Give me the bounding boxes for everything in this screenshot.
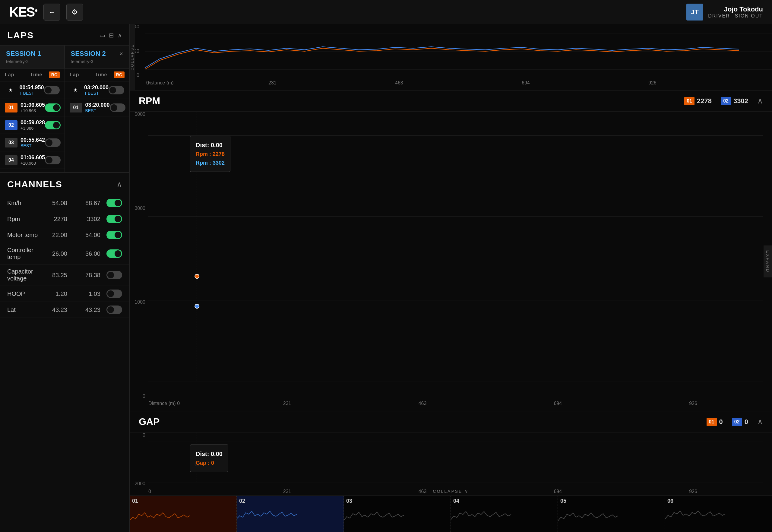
lap-toggle[interactable] <box>44 86 60 94</box>
rpm-chart-svg: Distance (m) 0 231 463 694 926 <box>148 112 763 411</box>
timeline-segment-04[interactable]: 04 <box>451 496 558 532</box>
lap-tables: ★ 00:54.950 T BEST 01 01:06.605 +10.963 <box>0 81 129 172</box>
right-panel: 40 20 0 Distance (m) 0 231 463 694 926 <box>130 24 772 532</box>
laps-header: LAPS ▭ ⊟ ∧ <box>0 24 129 46</box>
gap-chart-collapse-button[interactable]: ∧ <box>757 417 763 426</box>
sign-out-button[interactable]: SIGN OUT <box>735 13 763 19</box>
lap-toggle[interactable] <box>109 86 124 94</box>
channels-collapse-button[interactable]: ∧ <box>117 180 122 188</box>
single-layout-icon[interactable]: ▭ <box>100 32 105 39</box>
header: KES ← ⚙ JT Jojo Tokodu DRIVER SIGN OUT <box>0 0 772 24</box>
back-icon: ← <box>48 8 55 16</box>
svg-text:694: 694 <box>522 80 530 85</box>
rc-badge-s1: RC <box>49 71 60 78</box>
timeline: 01 02 03 04 <box>130 496 772 532</box>
channel-toggle[interactable] <box>106 249 122 258</box>
rpm-chart-collapse-button[interactable]: ∧ <box>757 96 763 106</box>
lap-toggle[interactable] <box>45 121 61 129</box>
gap-chart-section: GAP 01 0 02 0 ∧ 0 -2000 <box>130 411 772 496</box>
gap-badge-s1: 01 0 <box>707 418 726 426</box>
logo-text: KES <box>9 5 34 19</box>
channel-toggle[interactable] <box>106 231 122 239</box>
collapse-label-gap: COLLAPSE <box>433 489 463 494</box>
gap-chart-area: 0 -2000 0 231 463 694 9 <box>130 432 772 496</box>
expand-label[interactable]: EXPAND <box>764 245 772 277</box>
gap-chart-title: GAP <box>139 416 701 427</box>
left-collapse-handle[interactable]: COLLAPSE <box>130 24 135 90</box>
timeline-segment-02[interactable]: 02 <box>237 496 344 532</box>
svg-text:926: 926 <box>648 80 657 85</box>
timeline-segment-01[interactable]: 01 <box>130 496 237 532</box>
gap-chart-svg: 0 231 463 694 926 <box>148 432 763 496</box>
session2-table-header: Lap Time RC <box>65 68 129 81</box>
top-chart-section: 40 20 0 Distance (m) 0 231 463 694 926 <box>130 24 772 90</box>
back-button[interactable]: ← <box>43 4 60 21</box>
list-item: Lat 43.23 43.23 <box>0 302 129 318</box>
svg-point-14 <box>195 304 199 308</box>
svg-text:926: 926 <box>689 401 697 406</box>
top-chart-svg: Distance (m) 0 231 463 694 926 <box>130 24 772 90</box>
rpm-chart-section: RPM 01 2278 02 3302 ∧ 5000 3000 1000 0 <box>130 90 772 411</box>
table-row[interactable]: 01 03:20.000 BEST <box>65 99 129 116</box>
user-name: Jojo Tokodu <box>708 5 763 13</box>
list-item: Controller temp 26.00 36.00 <box>0 243 129 264</box>
timeline-segment-06[interactable]: 06 <box>665 496 772 532</box>
timeline-segment-05[interactable]: 05 <box>558 496 665 532</box>
settings-button[interactable]: ⚙ <box>66 4 83 21</box>
svg-text:Distance (m)  0: Distance (m) 0 <box>148 401 180 406</box>
split-layout-icon[interactable]: ⊟ <box>109 32 114 39</box>
lap-col-label: Lap <box>5 72 14 78</box>
time-col-label-s2: Time <box>95 72 110 78</box>
list-item: Rpm 2278 3302 <box>0 211 129 227</box>
channel-toggle[interactable] <box>106 199 122 207</box>
laps-collapse-button[interactable]: ∧ <box>118 32 122 39</box>
lap-number: 01 <box>70 103 82 112</box>
session1-sub: telemetry-2 <box>6 59 59 64</box>
lap-toggle[interactable] <box>45 103 61 112</box>
table-row[interactable]: 02 00:59.028 +3.386 <box>0 116 65 134</box>
lap-number: 02 <box>5 120 17 130</box>
list-item: Motor temp 22.00 54.00 <box>0 227 129 243</box>
session2-name: SESSION 2 <box>71 50 106 57</box>
lap-toggle[interactable] <box>45 156 61 164</box>
timeline-segment-03[interactable]: 03 <box>344 496 451 532</box>
rpm-chart-header: RPM 01 2278 02 3302 ∧ <box>130 90 772 112</box>
table-row[interactable]: 01 01:06.605 +10.963 <box>0 99 65 116</box>
svg-text:694: 694 <box>554 401 562 406</box>
svg-text:463: 463 <box>419 401 427 406</box>
session-tabs: SESSION 1 telemetry-2 SESSION 2 × teleme… <box>0 46 129 68</box>
user-info: Jojo Tokodu DRIVER SIGN OUT <box>708 5 763 19</box>
channel-toggle[interactable] <box>106 290 122 298</box>
session2-tab[interactable]: SESSION 2 × telemetry-3 <box>65 46 130 68</box>
header-left: KES ← ⚙ <box>9 4 83 21</box>
channels-title: CHANNELS <box>7 179 62 189</box>
list-item: Km/h 54.08 88.67 <box>0 195 129 211</box>
lap-number: 01 <box>5 103 17 112</box>
lap-number: 04 <box>5 155 17 165</box>
logo: KES <box>9 5 37 20</box>
gap-badge-s2: 02 0 <box>732 418 751 426</box>
time-col-label: Time <box>30 72 45 78</box>
table-row[interactable]: 04 01:06.605 +10.963 <box>0 151 65 169</box>
svg-point-15 <box>195 274 199 278</box>
lap-toggle[interactable] <box>45 138 61 147</box>
session1-table-header: Lap Time RC <box>0 68 65 81</box>
svg-text:231: 231 <box>268 80 277 85</box>
star-icon: ★ <box>70 85 81 95</box>
table-row[interactable]: ★ 03:20.000 T BEST <box>65 81 129 99</box>
channel-toggle[interactable] <box>106 215 122 223</box>
lap-toggle[interactable] <box>110 103 125 112</box>
svg-text:0: 0 <box>146 80 149 85</box>
channel-toggle[interactable] <box>106 271 122 279</box>
session1-tab[interactable]: SESSION 1 telemetry-2 <box>0 46 65 68</box>
list-item: Capacitor voltage 83.25 78.38 <box>0 264 129 286</box>
rpm-badge-s1: 01 2278 <box>684 97 715 105</box>
main-layout: LAPS ▭ ⊟ ∧ SESSION 1 telemetry-2 SESSION… <box>0 24 772 532</box>
session2-close-button[interactable]: × <box>119 50 123 57</box>
table-row[interactable]: ★ 00:54.950 T BEST <box>0 81 65 99</box>
table-row[interactable]: 03 00:55.642 BEST <box>0 134 65 151</box>
channel-toggle[interactable] <box>106 306 122 314</box>
session2-sub: telemetry-3 <box>71 59 123 64</box>
gap-collapse-bar[interactable]: COLLAPSE ∨ <box>130 487 772 496</box>
svg-text:463: 463 <box>395 80 403 85</box>
